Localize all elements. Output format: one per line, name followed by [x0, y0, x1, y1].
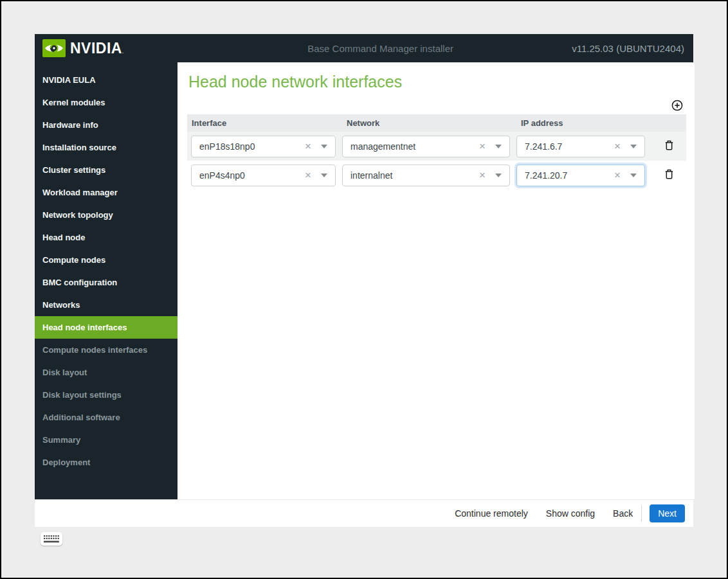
sidebar-item-label: Additional software — [42, 413, 120, 422]
sidebar-item-label: Head node interfaces — [42, 323, 127, 332]
title-bar: NVIDIA. Base Command Manager installer v… — [35, 34, 693, 62]
sidebar-item-compute-nodes-interfaces[interactable]: Compute nodes interfaces — [35, 339, 177, 361]
table-row: enP4s4np0 × internalnet × — [187, 161, 686, 190]
ip-address-select[interactable]: 7.241.20.7 × — [516, 165, 645, 186]
sidebar-item-additional-software[interactable]: Additional software — [35, 406, 177, 429]
sidebar-item-networks[interactable]: Networks — [35, 294, 177, 316]
clear-icon[interactable]: × — [614, 141, 621, 152]
window-title: Base Command Manager installer — [189, 43, 572, 54]
sidebar-item-label: Head node — [42, 233, 85, 242]
virtual-keyboard-button[interactable] — [41, 532, 62, 546]
sidebar-item-label: Compute nodes — [42, 255, 105, 265]
sidebar-item-disk-layout[interactable]: Disk layout — [35, 361, 177, 384]
interface-select[interactable]: enP18s18np0 × — [191, 136, 336, 157]
column-header-interface: Interface — [187, 118, 342, 128]
footer-bar: Continue remotelyShow configBack Next — [35, 499, 693, 527]
sidebar-item-summary[interactable]: Summary — [35, 429, 177, 451]
window-body: NVIDIA EULA Kernel modules Hardware info… — [35, 62, 693, 499]
nvidia-wordmark: NVIDIA. — [70, 41, 124, 56]
sidebar-item-network-topology[interactable]: Network topology — [35, 204, 177, 226]
trash-icon — [664, 168, 674, 180]
nvidia-eye-icon — [42, 39, 66, 57]
sidebar-item-hardware-info[interactable]: Hardware info — [35, 114, 177, 136]
installer-window: NVIDIA. Base Command Manager installer v… — [35, 34, 693, 527]
caret-down-icon[interactable] — [321, 145, 327, 148]
footer-divider — [641, 505, 642, 522]
sidebar-item-label: Deployment — [42, 458, 90, 467]
back-button[interactable]: Back — [613, 508, 633, 519]
column-header-network: Network — [342, 118, 516, 128]
sidebar-item-label: Summary — [42, 435, 80, 445]
next-button[interactable]: Next — [650, 504, 685, 522]
sidebar-item-label: BMC configuration — [42, 278, 117, 287]
sidebar-item-label: NVIDIA EULA — [42, 75, 96, 85]
sidebar-item-deployment[interactable]: Deployment — [35, 451, 177, 474]
show-config-button[interactable]: Show config — [546, 508, 595, 519]
caret-down-icon[interactable] — [495, 174, 502, 177]
sidebar-item-bmc-configuration[interactable]: BMC configuration — [35, 271, 177, 294]
nvidia-logo: NVIDIA. — [42, 39, 189, 57]
sidebar-nav: NVIDIA EULA Kernel modules Hardware info… — [35, 62, 177, 499]
table-row: enP18s18np0 × managementnet × — [187, 132, 686, 161]
caret-down-icon[interactable] — [321, 174, 327, 177]
network-select[interactable]: managementnet × — [342, 136, 510, 157]
plus-circle-icon — [671, 100, 683, 111]
sidebar-item-head-node-interfaces[interactable]: Head node interfaces — [35, 316, 177, 339]
sidebar-item-label: Workload manager — [42, 188, 118, 197]
add-interface-button[interactable] — [671, 100, 683, 111]
delete-row-button[interactable] — [663, 167, 675, 183]
sidebar-item-disk-layout-settings[interactable]: Disk layout settings — [35, 384, 177, 406]
sidebar-item-label: Compute nodes interfaces — [42, 345, 147, 355]
delete-row-button[interactable] — [663, 138, 675, 154]
sidebar-item-compute-nodes[interactable]: Compute nodes — [35, 249, 177, 271]
ip-address-select[interactable]: 7.241.6.7 × — [516, 136, 645, 157]
page-title: Head node network interfaces — [188, 73, 686, 91]
sidebar-item-label: Cluster settings — [42, 165, 105, 175]
trash-icon — [664, 139, 674, 151]
sidebar-item-label: Disk layout — [42, 368, 87, 377]
version-label: v11.25.03 (UBUNTU2404) — [572, 43, 687, 54]
main-content: Head node network interfaces Interface N… — [177, 62, 695, 499]
keyboard-icon — [43, 535, 60, 544]
clear-icon[interactable]: × — [614, 170, 621, 181]
interfaces-table: Interface Network IP address enP18s18np0… — [187, 114, 686, 190]
sidebar-item-workload-manager[interactable]: Workload manager — [35, 181, 177, 204]
network-select[interactable]: internalnet × — [342, 165, 510, 186]
sidebar-item-kernel-modules[interactable]: Kernel modules — [35, 91, 177, 114]
table-rows: enP18s18np0 × managementnet × — [187, 132, 686, 190]
clear-icon[interactable]: × — [305, 141, 311, 152]
sidebar-item-nvidia-eula[interactable]: NVIDIA EULA — [35, 69, 177, 91]
clear-icon[interactable]: × — [305, 170, 311, 181]
sidebar-item-label: Networks — [42, 300, 80, 310]
caret-down-icon[interactable] — [630, 174, 637, 177]
page: NVIDIA. Base Command Manager installer v… — [0, 0, 728, 579]
table-header-row: Interface Network IP address — [187, 114, 686, 132]
caret-down-icon[interactable] — [495, 145, 502, 148]
sidebar-item-head-node[interactable]: Head node — [35, 226, 177, 249]
sidebar-item-label: Network topology — [42, 210, 113, 220]
clear-icon[interactable]: × — [479, 141, 486, 152]
sidebar-item-label: Hardware info — [42, 120, 98, 130]
column-header-ip-address: IP address — [516, 118, 651, 128]
sidebar-item-label: Installation source — [42, 143, 116, 152]
continue-remotely-button[interactable]: Continue remotely — [455, 508, 528, 519]
sidebar-item-label: Disk layout settings — [42, 390, 122, 400]
sidebar-item-cluster-settings[interactable]: Cluster settings — [35, 159, 177, 181]
caret-down-icon[interactable] — [630, 145, 637, 148]
sidebar-item-installation-source[interactable]: Installation source — [35, 136, 177, 159]
interface-select[interactable]: enP4s4np0 × — [191, 165, 336, 186]
clear-icon[interactable]: × — [479, 170, 486, 181]
sidebar-item-label: Kernel modules — [42, 98, 105, 107]
